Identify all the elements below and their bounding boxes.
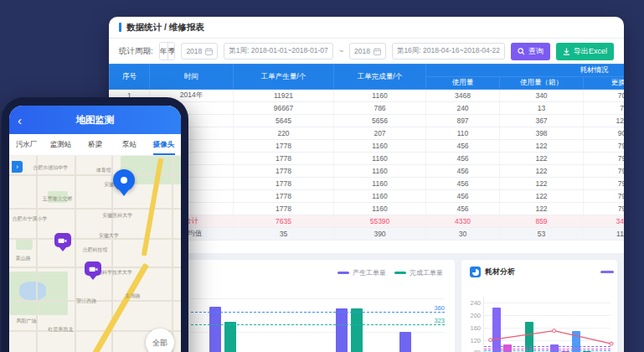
- map-road: [9, 238, 181, 240]
- workorder-chart-legend: 产生工单量完成工单量: [337, 268, 443, 277]
- col-header: 序号: [110, 65, 150, 90]
- map-tabbar: 污水厂监测站桥梁泵站摄像头: [9, 134, 181, 156]
- breadcrumb: 数据统计 / 维修报表: [109, 17, 624, 39]
- app-header: ‹ 地图监测: [9, 106, 181, 134]
- map-all-button[interactable]: 全部: [146, 329, 174, 352]
- map-view[interactable]: › 全部 合肥市琥珀中学体育馆安徽农业大学五里墩立交桥安徽医科大学合肥市宁溪小学…: [9, 156, 181, 352]
- breadcrumb-text: 数据统计 / 维修报表: [126, 22, 204, 34]
- period-option-季[interactable]: 季: [168, 43, 176, 60]
- end-week-input[interactable]: 第16周: 2018-04-16~2018-04-22: [392, 43, 505, 60]
- chart-icon: [470, 267, 481, 277]
- y-tick: 160: [470, 324, 481, 331]
- map-label: 体育馆: [96, 167, 111, 174]
- workorder-bar-chart: 360323: [191, 298, 445, 352]
- period-segmented-control: 年季月周日: [159, 42, 176, 60]
- average-line: 323: [191, 324, 445, 325]
- map-road: [9, 208, 181, 210]
- map-water: [19, 282, 46, 300]
- map-label: 五里墩立交桥: [42, 195, 72, 203]
- map-park: [16, 240, 33, 250]
- start-year-select[interactable]: 2018: [181, 43, 218, 60]
- location-pin-icon[interactable]: [113, 169, 135, 196]
- consumable-chart-card: 耗材分析 2402001601208040: [461, 260, 617, 352]
- map-road: [172, 156, 173, 352]
- group-header: 耗材情况: [426, 65, 625, 77]
- start-week-input[interactable]: 第1周: 2018-01-01~2018-01-07: [224, 43, 332, 60]
- col-header: 工单产生量/个: [234, 65, 334, 90]
- bar[interactable]: [209, 307, 221, 352]
- map-label: 望江西路: [76, 298, 96, 305]
- sub-col-header: 使用量: [426, 77, 500, 90]
- trend-line: [484, 297, 611, 352]
- tab-摄像头[interactable]: 摄像头: [147, 134, 181, 155]
- map-label: 安徽医科大学: [102, 212, 132, 220]
- consumable-chart-header: 耗材分析: [470, 267, 515, 277]
- map-label: 黄山路: [15, 255, 30, 262]
- download-icon: [563, 48, 570, 55]
- phone-screen: ‹ 地图监测 污水厂监测站桥梁泵站摄像头: [9, 106, 181, 352]
- table-row[interactable]: 12014年119211160346834070250: [110, 90, 625, 102]
- map-label: 合肥市宁溪小学: [13, 215, 48, 222]
- tab-桥梁[interactable]: 桥梁: [78, 134, 112, 155]
- bar[interactable]: [224, 322, 236, 352]
- sub-col-header: 使用量（箱）: [500, 77, 584, 90]
- tab-泵站[interactable]: 泵站: [112, 134, 147, 155]
- consumable-legend-fragment: [600, 271, 614, 273]
- y-tick: 120: [470, 336, 481, 344]
- map-label: 太湖路: [126, 292, 141, 299]
- consumable-chart-title: 耗材分析: [485, 267, 515, 277]
- map-label: 合肥市琥珀中学: [33, 163, 68, 171]
- period-option-年[interactable]: 年: [160, 43, 168, 60]
- dashboard-stage: 数据统计 / 维修报表 统计周期: 年季月周日 2018 第1周: 2018-0…: [0, 0, 644, 352]
- bar-group: [336, 308, 363, 352]
- filter-row: 统计周期: 年季月周日 2018 第1周: 2018-01-01~2018-01…: [109, 39, 624, 64]
- end-year-select[interactable]: 2018: [349, 43, 386, 60]
- back-icon[interactable]: ‹: [18, 114, 22, 127]
- sub-col-header: 更换量: [584, 77, 625, 90]
- bar-group: [399, 332, 426, 352]
- y-tick: 200: [470, 312, 481, 319]
- map-label: 合肥科技馆: [83, 246, 108, 254]
- y-tick: 80: [474, 349, 481, 352]
- period-label: 统计周期:: [119, 46, 153, 57]
- map-label: 风阳广场: [17, 318, 37, 325]
- map-label: 红星美凯龙: [49, 326, 74, 334]
- legend-item[interactable]: 产生工单量: [337, 268, 386, 277]
- bar-group: [209, 307, 236, 352]
- phone-mockup: ‹ 地图监测 污水厂监测站桥梁泵站摄像头: [2, 97, 188, 352]
- tab-监测站[interactable]: 监测站: [44, 134, 78, 155]
- bar[interactable]: [399, 332, 411, 352]
- tab-污水厂[interactable]: 污水厂: [9, 134, 44, 155]
- search-icon: [518, 48, 525, 55]
- average-line: 360: [191, 312, 445, 313]
- calendar-icon: [374, 48, 381, 55]
- map-expand-button[interactable]: ›: [12, 161, 23, 173]
- legend-item[interactable]: 完成工单量: [394, 268, 443, 277]
- breadcrumb-accent: [119, 23, 121, 32]
- map-road: [75, 156, 76, 352]
- camera-marker-icon[interactable]: [54, 233, 71, 250]
- bar[interactable]: [336, 308, 348, 352]
- bar[interactable]: [351, 308, 363, 352]
- camera-marker-icon[interactable]: [85, 261, 101, 278]
- range-separator: ~: [339, 47, 343, 55]
- calendar-icon: [205, 48, 213, 55]
- query-button[interactable]: 查询: [511, 43, 550, 60]
- map-label: 安徽大学: [99, 232, 119, 240]
- consumable-bar-chart: 2402001601208040: [483, 297, 611, 352]
- export-excel-button[interactable]: 导出Excel: [556, 43, 614, 60]
- col-header: 工单完成量/个: [334, 65, 426, 90]
- col-header: 时间: [150, 65, 234, 90]
- app-title: 地图监测: [76, 114, 115, 127]
- y-tick: 240: [470, 299, 481, 307]
